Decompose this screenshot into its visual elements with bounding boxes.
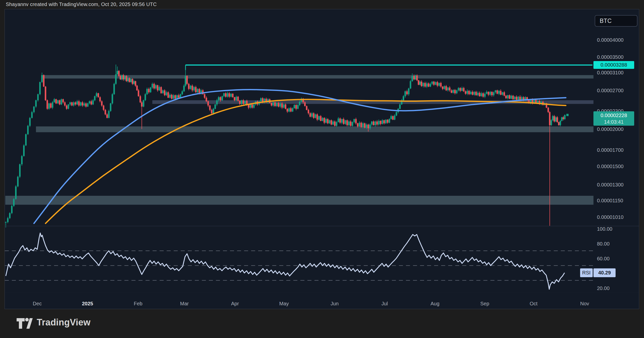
tradingview-logo[interactable]: TradingView <box>16 316 91 329</box>
time-axis-label-feb: Feb <box>134 300 142 307</box>
time-axis-label-mar: Mar <box>180 300 189 307</box>
price-axis-label: 0.00003100 <box>597 69 624 76</box>
rsi-axis-label: 80.00 <box>597 240 610 247</box>
time-axis-label-2025: 2025 <box>82 300 93 307</box>
time-axis-label-nov: Nov <box>580 300 589 307</box>
rsi-line <box>6 233 565 289</box>
price-zones <box>5 75 593 205</box>
time-axis-label-may: May <box>279 300 289 307</box>
price-axis-label: 0.00001150 <box>597 197 623 204</box>
time-axis-label-aug: Aug <box>430 300 439 307</box>
rsi-axis-label: 60.00 <box>597 255 610 262</box>
ma-slow-line <box>46 99 566 223</box>
chart-panel[interactable]: 0.000040000.000035000.000031000.00002700… <box>5 9 639 309</box>
rsi-axis-label: 20.00 <box>597 285 610 292</box>
quote-currency-badge[interactable]: BTC <box>595 15 637 27</box>
rsi-value: 40.29 <box>598 270 611 275</box>
price-axis-label: 0.00003500 <box>597 54 624 60</box>
resistance-price-value: 0.00003288 <box>600 62 627 68</box>
time-axis-label-jun: Jun <box>331 300 339 307</box>
chart-canvas[interactable] <box>5 9 639 309</box>
price-axis-label: 0.00004000 <box>597 37 624 43</box>
resistance-line[interactable] <box>185 65 592 70</box>
tradingview-screenshot: Shayannv created with TradingView.com, O… <box>0 0 644 338</box>
price-axis-label: 0.00001500 <box>597 163 624 170</box>
rsi-indicator-name: RSI <box>582 270 590 275</box>
chart-attribution: Shayannv created with TradingView.com, O… <box>6 2 157 7</box>
tradingview-logo-icon <box>16 316 33 329</box>
time-axis-label-apr: Apr <box>231 300 239 307</box>
price-axis-label: 0.00002700 <box>597 87 624 94</box>
footer: TradingView <box>0 309 644 338</box>
resistance-price-label: 0.00003288 <box>593 61 634 69</box>
price-axis-label: 0.00002000 <box>597 126 624 132</box>
price-axis-label: 0.00001700 <box>597 147 624 153</box>
chart-header: Shayannv created with TradingView.com, O… <box>0 0 644 9</box>
tradingview-wordmark: TradingView <box>37 317 91 328</box>
rsi-axis-label: 100.00 <box>597 226 612 232</box>
price-axis-label: 0.00001010 <box>597 214 624 220</box>
candle-countdown: 14:03:41 <box>593 119 634 125</box>
last-price-label: 0.00002228 14:03:41 <box>593 111 634 126</box>
last-price-value: 0.00002228 <box>593 112 634 119</box>
rsi-indicator-label[interactable]: RSI <box>580 268 593 277</box>
quote-currency-label: BTC <box>600 16 612 26</box>
last-close-marker <box>566 114 569 116</box>
time-axis-label-dec: Dec <box>33 300 42 307</box>
time-axis-label-sep: Sep <box>480 300 489 307</box>
time-axis-label-jul: Jul <box>381 300 388 307</box>
rsi-value-label: 40.29 <box>593 268 616 277</box>
support-zone-0.0000115 <box>5 196 593 205</box>
time-axis-label-oct: Oct <box>530 300 537 307</box>
price-axis-label: 0.00001300 <box>597 181 624 188</box>
